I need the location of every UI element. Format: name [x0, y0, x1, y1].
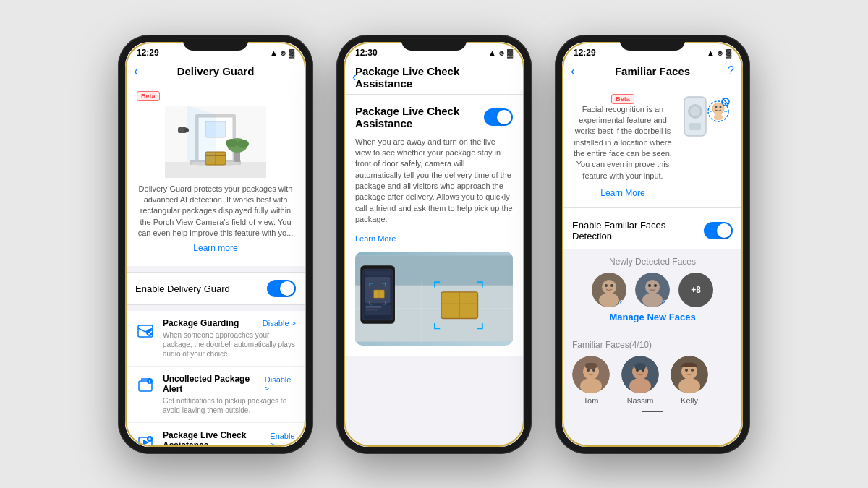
hero-section: Beta [125, 82, 306, 267]
status-time: 12:30 [355, 48, 378, 58]
help-button[interactable]: ? [728, 64, 734, 77]
ff-text-area: Beta Facial recognition is an experiment… [574, 91, 672, 200]
back-button[interactable]: ‹ [571, 64, 575, 79]
notch [183, 35, 248, 51]
screen-content: Beta [125, 82, 306, 447]
svg-point-50 [715, 106, 718, 108]
new-faces-label: Newly Detected Faces [562, 257, 743, 267]
tom-avatar [572, 356, 610, 393]
nav-bar: ‹ Familiar Faces ? [562, 61, 743, 82]
screen: 12:29 ▲ ⌾ ▓ ‹ Delivery Guard Beta [125, 42, 306, 447]
back-button[interactable]: ‹ [352, 69, 357, 85]
svg-rect-47 [689, 123, 701, 130]
notch [401, 35, 467, 51]
feature-item-guarding: Package Guarding Disable > When someone … [125, 311, 306, 367]
manage-new-faces-link[interactable]: Manage New Faces [562, 312, 743, 322]
nav-title: Package Live Check Assistance [355, 65, 513, 90]
feature2-action[interactable]: Disable > [265, 375, 296, 393]
learn-more-link[interactable]: Learn More [355, 234, 396, 243]
feature1-action[interactable]: Disable > [263, 319, 296, 328]
ff-toggle-row: Enable Familiar Faces Detection [562, 213, 743, 249]
svg-rect-78 [634, 363, 646, 370]
svg-point-46 [690, 106, 700, 116]
svg-rect-52 [714, 114, 723, 120]
new-face-2 [635, 273, 670, 307]
learn-more-link[interactable]: Learn more [193, 243, 237, 253]
svg-point-17 [237, 140, 249, 148]
back-button[interactable]: ‹ [134, 64, 138, 79]
face-nassim: Nassim [621, 356, 659, 405]
beta-badge: Beta [137, 91, 160, 101]
pkg-desc: When you are away and turn on the live v… [355, 137, 513, 226]
feature3-name: Package Live Check Assistance [163, 430, 270, 446]
face-kelly-label: Kelly [681, 396, 698, 405]
pkg-toggle[interactable] [484, 108, 513, 126]
status-icons: ▲ ⌾ ▓ [270, 48, 294, 57]
svg-point-82 [685, 369, 688, 372]
ff-enable-toggle[interactable] [704, 222, 733, 239]
status-time: 12:29 [574, 48, 596, 58]
battery-icon: ▓ [289, 48, 294, 57]
newly-detected-section: Newly Detected Faces [562, 249, 743, 335]
feature2-desc: Get notifications to pickup packages to … [163, 396, 296, 415]
door-illustration [165, 106, 266, 178]
enable-label: Enable Delivery Guard [135, 283, 230, 294]
feature3-info: Package Live Check Assistance Enable > W… [163, 430, 296, 446]
signal-icon: ▲ [270, 48, 278, 57]
face-nassim-label: Nassim [627, 396, 654, 405]
svg-point-16 [226, 139, 237, 147]
ff-content-row: Beta Facial recognition is an experiment… [574, 91, 731, 200]
feature1-info: Package Guarding Disable > When someone … [163, 318, 296, 359]
svg-rect-34 [365, 270, 391, 275]
feature3-action[interactable]: Enable > [270, 432, 296, 446]
status-icons: ▲ ⌾ ▓ [488, 48, 513, 57]
pkg-title-row: Package Live Check Assistance [355, 105, 513, 129]
ff-toggle-container: Enable Familiar Faces Detection [562, 207, 743, 249]
feature1-name: Package Guarding [163, 318, 239, 328]
screen: 12:30 ▲ ⌾ ▓ ‹ Package Live Check Assista… [344, 42, 524, 447]
status-icons: ▲ ⌾ ▓ [707, 48, 731, 57]
phone-familiar-faces: 12:29 ▲ ⌾ ▓ ‹ Familiar Faces ? Beta Faci… [555, 35, 750, 454]
svg-point-60 [605, 284, 608, 287]
signal-icon: ▲ [488, 48, 496, 57]
battery-icon: ▓ [726, 48, 731, 57]
feature1-desc: When someone approaches your package, th… [163, 330, 296, 359]
ff-named-row: Tom [572, 356, 733, 405]
svg-point-69 [580, 378, 602, 393]
familiar-faces-section: Familiar Faces(4/10) [562, 335, 743, 416]
svg-point-51 [720, 106, 722, 108]
svg-point-83 [691, 369, 694, 372]
feature-item-livecheck: Package Live Check Assistance Enable > W… [125, 423, 306, 446]
battery-icon: ▓ [507, 48, 513, 57]
more-faces-count: +8 [678, 273, 713, 307]
nassim-avatar [621, 356, 659, 393]
pkg-image [355, 252, 513, 346]
svg-rect-39 [366, 306, 382, 308]
ff-hero-section: Beta Facial recognition is an experiment… [562, 82, 743, 208]
wifi-icon: ⌾ [281, 48, 286, 57]
svg-point-70 [587, 369, 590, 372]
screen-content: Package Live Check Assistance When you a… [344, 95, 524, 447]
kelly-avatar [671, 356, 708, 393]
svg-rect-40 [366, 309, 378, 310]
ff-learn-more[interactable]: Learn More [600, 188, 644, 198]
svg-point-22 [149, 382, 150, 384]
uncollected-icon [135, 375, 156, 395]
nav-title: Delivery Guard [177, 65, 255, 77]
pkg-section: Package Live Check Assistance When you a… [344, 95, 524, 356]
enable-toggle-row: Enable Delivery Guard [125, 272, 306, 305]
feature2-info: Uncollected Package Alert Disable > Get … [163, 374, 296, 415]
svg-point-64 [642, 293, 663, 307]
svg-point-81 [678, 378, 700, 393]
screen-content: Beta Facial recognition is an experiment… [562, 82, 743, 447]
enable-toggle[interactable] [267, 280, 296, 297]
screen: 12:29 ▲ ⌾ ▓ ‹ Familiar Faces ? Beta Faci… [562, 42, 743, 447]
phone-delivery-guard: 12:29 ▲ ⌾ ▓ ‹ Delivery Guard Beta [118, 35, 313, 454]
ff-illustration [681, 91, 731, 145]
svg-rect-72 [585, 363, 597, 369]
phone-package-live-check: 12:30 ▲ ⌾ ▓ ‹ Package Live Check Assista… [336, 35, 532, 454]
beta-badge: Beta [611, 94, 634, 104]
face-dot [619, 300, 625, 306]
ff-desc: Facial recognition is an experimental fe… [574, 104, 672, 182]
feature-section: Package Guarding Disable > When someone … [125, 311, 306, 446]
